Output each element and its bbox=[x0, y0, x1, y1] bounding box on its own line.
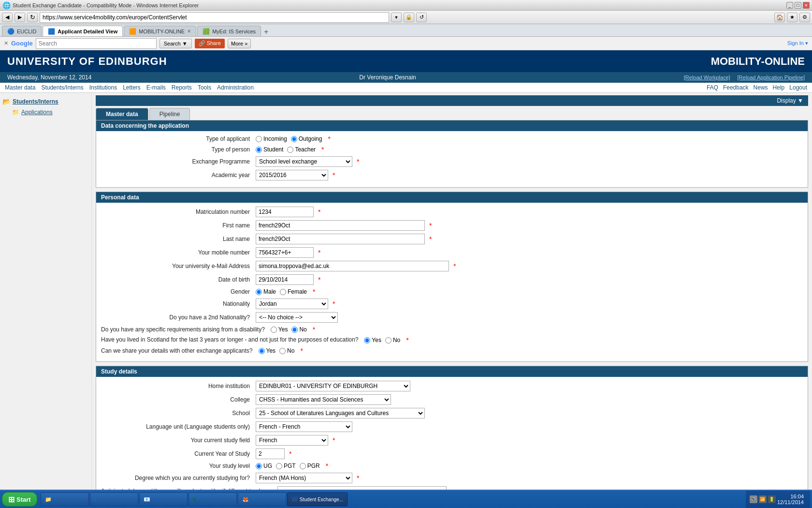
home-button[interactable]: 🏠 bbox=[774, 13, 785, 22]
favorites-button[interactable]: ★ bbox=[787, 13, 798, 22]
share-no-label[interactable]: No bbox=[279, 347, 294, 354]
sign-in-button[interactable]: Sign In ▾ bbox=[787, 40, 808, 46]
radio-student-label[interactable]: Student bbox=[256, 146, 283, 153]
close-button[interactable]: ✕ bbox=[803, 2, 810, 9]
sidebar-applications-label[interactable]: Applications bbox=[21, 109, 53, 116]
browser-tab-mobility[interactable]: 🟧 MOBILITY-ONLINE ✕ bbox=[124, 26, 196, 36]
disability-no-label[interactable]: No bbox=[291, 326, 306, 333]
share-yes-label[interactable]: Yes bbox=[259, 347, 276, 354]
nationality2-select[interactable]: <-- No choice --> bbox=[256, 312, 338, 323]
radio-pgr[interactable] bbox=[300, 463, 306, 469]
taskbar-item-ie[interactable]: e bbox=[90, 493, 138, 506]
disability-no[interactable] bbox=[291, 327, 298, 333]
matriculation-input[interactable] bbox=[256, 207, 314, 217]
radio-teacher[interactable] bbox=[287, 147, 293, 153]
nav-master-data[interactable]: Master data bbox=[5, 84, 35, 91]
refresh-page-button[interactable]: ↺ bbox=[416, 13, 427, 22]
scotland-yes[interactable] bbox=[364, 337, 370, 344]
nav-help[interactable]: Help bbox=[773, 84, 785, 91]
nav-faq[interactable]: FAQ bbox=[707, 84, 718, 91]
scotland-no-label[interactable]: No bbox=[385, 337, 400, 344]
disability-yes[interactable] bbox=[271, 327, 277, 333]
radio-incoming-label[interactable]: Incoming bbox=[256, 135, 287, 142]
mobile-input[interactable] bbox=[256, 247, 314, 258]
radio-male-label[interactable]: Male bbox=[256, 288, 276, 295]
radio-pgt-label[interactable]: PGT bbox=[276, 463, 296, 469]
browser-tab-applicant[interactable]: 🟦 Applicant Detailed View bbox=[43, 26, 123, 36]
study-field-select[interactable]: French bbox=[256, 435, 328, 446]
radio-pgt[interactable] bbox=[276, 463, 282, 469]
study-year-input[interactable] bbox=[256, 448, 285, 459]
radio-pgr-label[interactable]: PGR bbox=[300, 463, 320, 469]
nationality-select[interactable]: Jordan UK France bbox=[256, 299, 328, 309]
exchange-programme-select[interactable]: School level exchange Erasmus bbox=[256, 156, 352, 167]
nav-administration[interactable]: Administration bbox=[217, 84, 254, 91]
start-button[interactable]: ⊞ Start bbox=[2, 492, 37, 507]
nav-tools[interactable]: Tools bbox=[198, 84, 211, 91]
radio-outgoing[interactable] bbox=[291, 136, 297, 142]
nav-letters[interactable]: Letters bbox=[123, 84, 141, 91]
google-search-input[interactable] bbox=[36, 38, 157, 49]
radio-female-label[interactable]: Female bbox=[280, 288, 307, 295]
taskbar-item-firefox[interactable]: 🦊 bbox=[238, 493, 286, 506]
scotland-yes-label[interactable]: Yes bbox=[364, 337, 381, 344]
refresh-button[interactable]: ↻ bbox=[27, 13, 38, 22]
nav-feedback[interactable]: Feedback bbox=[723, 84, 749, 91]
tab-pipeline[interactable]: Pipeline bbox=[149, 108, 190, 120]
radio-ug[interactable] bbox=[256, 463, 262, 469]
sidebar-students-label[interactable]: Students/Interns bbox=[13, 98, 58, 105]
scotland-no[interactable] bbox=[385, 337, 392, 344]
share-no[interactable] bbox=[279, 348, 286, 354]
degree-select[interactable]: French (MA Hons) bbox=[256, 473, 352, 483]
back-button[interactable]: ◀ bbox=[2, 13, 13, 22]
new-tab-button[interactable]: + bbox=[264, 28, 268, 36]
disability-yes-label[interactable]: Yes bbox=[271, 326, 288, 333]
go-button[interactable]: ▼ bbox=[391, 13, 402, 22]
home-institution-select[interactable]: EDINBUR01 - UNIVERSITY OF EDINBURGH bbox=[256, 381, 410, 391]
radio-female[interactable] bbox=[280, 289, 286, 295]
share-yes[interactable] bbox=[259, 348, 265, 354]
language-unit-select[interactable]: French - French bbox=[256, 421, 352, 432]
radio-ug-label[interactable]: UG bbox=[256, 463, 272, 469]
tab-close-mobility[interactable]: ✕ bbox=[187, 29, 191, 34]
radio-incoming[interactable] bbox=[256, 136, 262, 142]
reload-pipeline-link[interactable]: [Reload Application Pipeline] bbox=[738, 75, 805, 80]
maximize-button[interactable]: □ bbox=[795, 2, 801, 9]
taskbar-item-excel[interactable]: X bbox=[188, 493, 237, 506]
nav-emails[interactable]: E-mails bbox=[146, 84, 166, 91]
radio-student[interactable] bbox=[256, 147, 262, 153]
share-button[interactable]: 🔗 Share bbox=[195, 39, 225, 48]
taskbar-item-file-explorer[interactable]: 📁 bbox=[41, 493, 89, 506]
browser-tab-euclid[interactable]: 🔵 EUCLID bbox=[2, 26, 42, 36]
last-name-input[interactable] bbox=[256, 234, 425, 244]
forward-button[interactable]: ▶ bbox=[14, 13, 25, 22]
radio-teacher-label[interactable]: Teacher bbox=[287, 146, 316, 153]
minimize-button[interactable]: _ bbox=[786, 2, 793, 9]
email-input[interactable] bbox=[256, 261, 449, 271]
first-name-input[interactable] bbox=[256, 220, 425, 231]
tools-button[interactable]: ⚙ bbox=[799, 13, 810, 22]
browser-tab-myed[interactable]: 🟩 MyEd: IS Services bbox=[197, 26, 261, 36]
radio-outgoing-label[interactable]: Outgoing bbox=[291, 135, 322, 142]
academic-year-select[interactable]: 2015/2016 2014/2015 bbox=[256, 170, 328, 180]
taskbar-clock[interactable]: 16:04 12/11/2014 bbox=[777, 493, 806, 505]
nav-logout[interactable]: Logout bbox=[789, 84, 807, 91]
sidebar-applications[interactable]: 📁 Applications bbox=[12, 108, 89, 117]
radio-male[interactable] bbox=[256, 289, 262, 295]
google-search-button[interactable]: Search ▼ bbox=[160, 39, 192, 48]
display-bar[interactable]: Display ▼ bbox=[96, 95, 808, 106]
address-input[interactable] bbox=[40, 12, 389, 23]
school-select[interactable]: 25 - School of Literatures Languages and… bbox=[256, 408, 425, 418]
tab-master-data[interactable]: Master data bbox=[96, 108, 148, 120]
more-button[interactable]: More » bbox=[228, 39, 251, 48]
nav-reports[interactable]: Reports bbox=[172, 84, 192, 91]
sidebar-students-interns[interactable]: 📂 Students/Interns bbox=[2, 97, 89, 106]
dob-input[interactable] bbox=[256, 274, 314, 285]
nav-news[interactable]: News bbox=[754, 84, 768, 91]
reload-workplace-link[interactable]: [Reload Workplace] bbox=[684, 75, 730, 80]
close-toolbar-button[interactable]: ✕ bbox=[4, 40, 8, 46]
nav-institutions[interactable]: Institutions bbox=[89, 84, 117, 91]
taskbar-item-outlook[interactable]: 📧 bbox=[139, 493, 188, 506]
taskbar-item-word[interactable]: W Student Exchange... bbox=[287, 493, 348, 506]
nav-students-interns[interactable]: Students/Interns bbox=[41, 84, 83, 91]
